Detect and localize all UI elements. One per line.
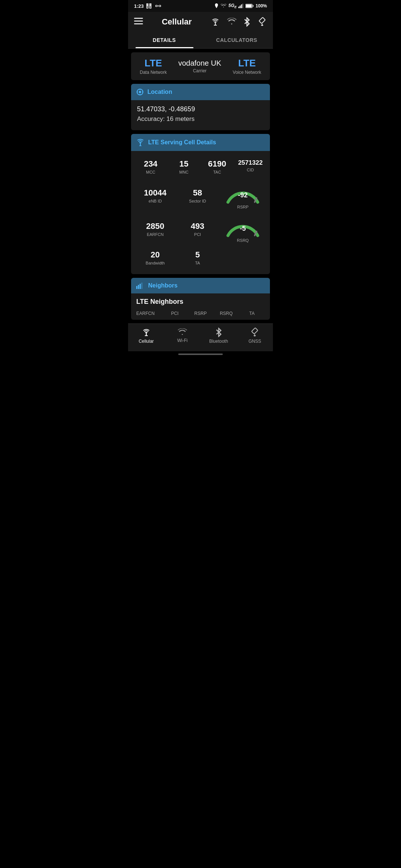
accuracy: Accuracy: 16 meters bbox=[137, 115, 264, 123]
neighbors-section-header: Neighbors bbox=[131, 278, 270, 293]
svg-rect-15 bbox=[134, 23, 143, 24]
nav-wifi-icon bbox=[177, 328, 187, 336]
bandwidth-label: Bandwidth bbox=[136, 261, 175, 265]
data-network-value: LTE bbox=[140, 57, 167, 69]
earfcn-cell: 2850 EARFCN bbox=[134, 218, 176, 240]
nav-wifi[interactable]: Wi-Fi bbox=[169, 328, 195, 343]
cellular-tower-header-icon[interactable] bbox=[211, 17, 220, 27]
gnss-header-icon[interactable] bbox=[257, 17, 267, 27]
signal-bars-icon bbox=[136, 282, 144, 289]
mcc-value: 234 bbox=[136, 159, 166, 169]
svg-rect-1 bbox=[149, 3, 151, 9]
rsrp-gauge-container: -92 RSRP bbox=[219, 180, 267, 211]
neighbors-card: Neighbors LTE Neighbors EARFCN PCI RSRP … bbox=[131, 278, 270, 320]
mnc-label: MNC bbox=[169, 170, 199, 174]
svg-rect-6 bbox=[238, 7, 239, 8]
nav-gnss-label: GNSS bbox=[248, 339, 261, 344]
svg-rect-12 bbox=[253, 5, 254, 7]
neighbors-body: LTE Neighbors EARFCN PCI RSRP RSRQ TA bbox=[131, 293, 270, 320]
svg-rect-29 bbox=[140, 284, 141, 289]
col-pci: PCI bbox=[162, 311, 188, 316]
link-icon bbox=[155, 4, 162, 8]
svg-rect-11 bbox=[246, 4, 252, 7]
tac-label: TAC bbox=[202, 170, 232, 174]
header-icons bbox=[211, 17, 267, 27]
svg-rect-17 bbox=[259, 17, 265, 24]
wifi-header-icon[interactable] bbox=[227, 18, 237, 26]
top-bar: Cellular bbox=[128, 12, 273, 32]
nav-cellular-label: Cellular bbox=[138, 339, 154, 344]
neighbors-columns: EARFCN PCI RSRP RSRQ TA bbox=[136, 309, 265, 318]
svg-rect-0 bbox=[146, 3, 149, 9]
svg-point-21 bbox=[139, 91, 141, 93]
nav-cellular-icon bbox=[141, 328, 151, 337]
nav-cellular[interactable]: Cellular bbox=[133, 328, 159, 344]
tab-calculators[interactable]: CALCULATORS bbox=[200, 32, 273, 48]
rsrp-gauge: -92 bbox=[224, 182, 261, 204]
svg-rect-9 bbox=[242, 4, 244, 8]
carrier-value: vodafone UK bbox=[178, 59, 221, 68]
svg-rect-7 bbox=[240, 6, 241, 8]
menu-button[interactable] bbox=[134, 18, 143, 26]
tab-details[interactable]: DETAILS bbox=[128, 32, 200, 48]
sim-icon bbox=[146, 3, 153, 9]
ta-cell: 5 TA bbox=[176, 246, 219, 269]
serving-cell-title: LTE Serving Cell Details bbox=[148, 139, 216, 146]
neighbors-subtitle: LTE Neighbors bbox=[136, 298, 265, 306]
wifi-status-icon bbox=[221, 4, 226, 8]
svg-rect-14 bbox=[134, 21, 143, 22]
sector-cell: 58 Sector ID bbox=[176, 184, 219, 207]
col-earfcn: EARFCN bbox=[136, 311, 162, 316]
cid-label: CID bbox=[235, 168, 266, 172]
enb-label: eNB ID bbox=[136, 199, 175, 203]
bandwidth-cell: 20 Bandwidth bbox=[134, 246, 176, 269]
tabs: DETAILS CALCULATORS bbox=[128, 32, 273, 49]
enb-cell: 10044 eNB ID bbox=[134, 184, 176, 207]
battery-percent: 100% bbox=[255, 3, 267, 9]
mcc-label: MCC bbox=[136, 170, 166, 174]
svg-point-4 bbox=[156, 5, 157, 7]
svg-point-31 bbox=[146, 332, 147, 333]
cell-row-3: 2850 EARFCN 493 PCI -5 RSRQ bbox=[131, 211, 270, 245]
svg-point-26 bbox=[140, 142, 141, 144]
serving-cell-card: LTE Serving Cell Details 234 MCC 15 MNC … bbox=[131, 134, 270, 274]
bandwidth-value: 20 bbox=[136, 250, 175, 260]
tac-cell: 6190 TAC bbox=[200, 155, 234, 178]
neighbors-title: Neighbors bbox=[148, 282, 177, 289]
coordinates: 51.47033, -0.48659 bbox=[137, 105, 264, 113]
svg-point-5 bbox=[159, 5, 160, 7]
svg-point-3 bbox=[150, 7, 151, 8]
data-network-col: LTE Data Network bbox=[140, 57, 167, 75]
home-indicator-bar bbox=[178, 354, 223, 355]
rsrp-label: RSRP bbox=[237, 205, 249, 209]
mnc-cell: 15 MNC bbox=[167, 155, 201, 178]
cell-row-1: 234 MCC 15 MNC 6190 TAC 2571322 CID bbox=[131, 151, 270, 178]
rsrp-value: -92 bbox=[238, 191, 248, 199]
cell-tower-icon bbox=[136, 138, 144, 147]
cell-row-2: 10044 eNB ID 58 Sector ID -92 RSRP bbox=[131, 178, 270, 211]
rsrq-label: RSRQ bbox=[237, 238, 249, 243]
voice-network-value: LTE bbox=[233, 57, 261, 69]
nav-gnss[interactable]: GNSS bbox=[242, 328, 268, 344]
network-type: 5GE bbox=[228, 3, 237, 9]
bottom-nav: Cellular Wi-Fi Bluetooth GNSS bbox=[128, 323, 273, 351]
status-bar: 1:23 5GE bbox=[128, 0, 273, 12]
pci-label: PCI bbox=[178, 232, 217, 237]
nav-bluetooth[interactable]: Bluetooth bbox=[206, 328, 232, 344]
pci-cell: 493 PCI bbox=[176, 218, 219, 240]
svg-point-16 bbox=[215, 22, 216, 23]
voice-network-col: LTE Voice Network bbox=[233, 57, 261, 75]
home-indicator bbox=[128, 351, 273, 356]
bluetooth-header-icon[interactable] bbox=[243, 17, 251, 27]
status-right: 5GE 100% bbox=[214, 3, 267, 9]
sector-label: Sector ID bbox=[178, 199, 217, 203]
location-title: Location bbox=[147, 89, 172, 95]
earfcn-label: EARFCN bbox=[136, 232, 175, 237]
rsrq-value: -5 bbox=[240, 225, 246, 233]
location-card: Location 51.47033, -0.48659 Accuracy: 16… bbox=[131, 84, 270, 130]
battery-icon bbox=[245, 4, 254, 8]
network-info-card: LTE Data Network vodafone UK Carrier LTE… bbox=[131, 52, 270, 80]
svg-rect-8 bbox=[241, 4, 242, 8]
mnc-value: 15 bbox=[169, 159, 199, 169]
location-body: 51.47033, -0.48659 Accuracy: 16 meters bbox=[131, 100, 270, 130]
